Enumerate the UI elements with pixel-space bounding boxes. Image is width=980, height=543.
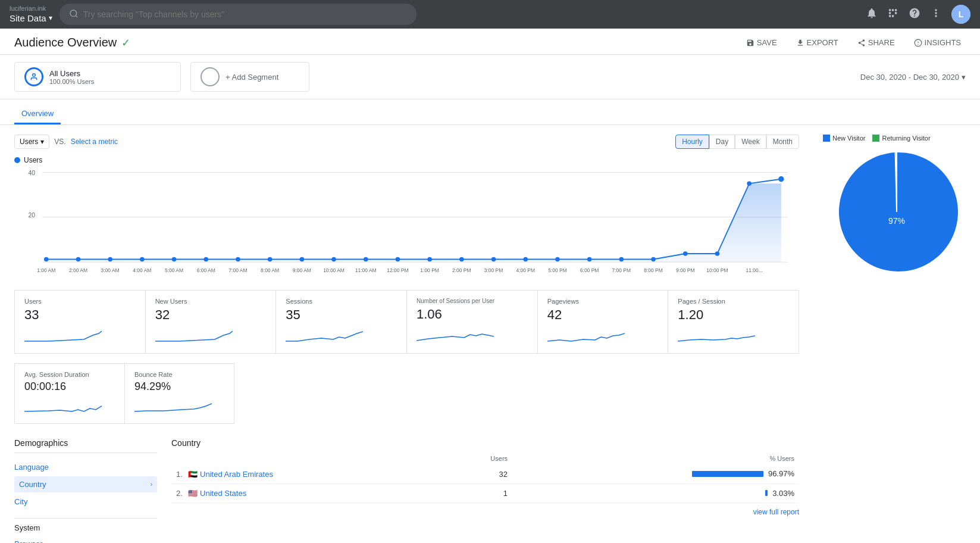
demo-city[interactable]: City: [14, 492, 157, 511]
svg-point-18: [172, 257, 177, 262]
demo-country[interactable]: Country ›: [14, 476, 157, 492]
add-segment-label: + Add Segment: [226, 73, 278, 82]
view-full-report-link[interactable]: view full report: [171, 508, 799, 516]
svg-point-30: [555, 257, 560, 262]
mini-chart-asd: [24, 397, 102, 414]
metric-asd-label: Avg. Session Duration: [24, 371, 115, 378]
mini-chart-spu: [417, 326, 494, 344]
col-country: [171, 453, 444, 464]
demo-language[interactable]: Language: [14, 458, 157, 476]
flag-us: 🇺🇸: [188, 489, 198, 498]
country-title: Country: [171, 438, 799, 448]
svg-text:6:00 PM: 6:00 PM: [580, 267, 599, 273]
hourly-button[interactable]: Hourly: [675, 135, 709, 149]
svg-point-24: [364, 257, 368, 262]
metric-spu-value: 1.06: [417, 307, 528, 322]
all-users-segment[interactable]: All Users 100.00% Users: [14, 62, 181, 92]
svg-text:40: 40: [29, 170, 36, 176]
share-button[interactable]: SHARE: [853, 36, 900, 49]
date-range-selector[interactable]: Dec 30, 2020 - Dec 30, 2020 ▾: [860, 73, 966, 82]
svg-text:12:00 PM: 12:00 PM: [387, 267, 408, 273]
rank-uae: 1.: [176, 470, 183, 479]
avatar[interactable]: L: [951, 5, 970, 24]
svg-text:L: L: [959, 10, 964, 19]
city-label: City: [14, 497, 27, 506]
svg-point-28: [491, 257, 496, 262]
date-range-text: Dec 30, 2020 - Dec 30, 2020: [860, 73, 959, 82]
mini-chart-ps: [678, 326, 755, 344]
more-icon[interactable]: [930, 7, 942, 22]
demo-browser[interactable]: Browser: [14, 535, 157, 543]
users-us: 1: [444, 483, 512, 503]
metric-br-label: Bounce Rate: [134, 371, 224, 378]
svg-point-7: [33, 74, 36, 77]
svg-point-22: [300, 257, 305, 262]
notification-icon[interactable]: [866, 7, 878, 22]
metric-selector: Users ▾ VS. Select a metric: [14, 135, 118, 149]
metric-pageviews-value: 42: [547, 307, 659, 323]
metric-dropdown-icon: ▾: [40, 138, 44, 146]
export-button[interactable]: EXPORT: [791, 36, 843, 49]
dropdown-icon[interactable]: ▾: [49, 14, 52, 22]
search-input[interactable]: [83, 10, 407, 19]
pct-us-text: 3.03%: [772, 489, 794, 498]
site-data-label[interactable]: Site Data ▾: [10, 13, 52, 24]
pie-center-label: 97%: [888, 216, 905, 226]
returning-visitor-label: Returning Visitor: [882, 135, 930, 142]
svg-point-35: [715, 251, 720, 256]
country-link-uae[interactable]: United Arab Emirates: [200, 470, 273, 479]
chart-section: Users ▾ VS. Select a metric Hourly Day W…: [0, 125, 813, 280]
header-actions: SAVE EXPORT SHARE INSIGHTS: [741, 36, 966, 49]
metrics-grid-2: Avg. Session Duration 00:00:16 Bounce Ra…: [0, 363, 813, 429]
table-row: 1. 🇦🇪 United Arab Emirates 32 96.97%: [171, 464, 799, 483]
svg-point-21: [268, 257, 273, 262]
metrics-grid: Users 33 New Users 32 Sessions 35: [0, 280, 813, 363]
metric-sessions: Sessions 35: [275, 290, 406, 354]
demographics-panel: Demographics Language Country › City Sys…: [14, 438, 157, 543]
svg-text:5:00 PM: 5:00 PM: [548, 267, 567, 273]
day-button[interactable]: Day: [709, 135, 735, 149]
tab-overview[interactable]: Overview: [14, 104, 61, 124]
save-button[interactable]: SAVE: [741, 36, 782, 49]
svg-point-16: [108, 257, 112, 262]
apps-icon[interactable]: [887, 7, 899, 22]
col-pct-users: % Users: [512, 453, 799, 464]
week-button[interactable]: Week: [735, 135, 766, 149]
legend-new-visitor: New Visitor: [823, 135, 865, 142]
col-users: Users: [444, 453, 512, 464]
svg-point-19: [203, 257, 208, 262]
table-header-row: Users % Users: [171, 453, 799, 464]
svg-text:3:00 PM: 3:00 PM: [484, 267, 503, 273]
svg-point-20: [236, 257, 240, 262]
metric-ps-label: Pages / Session: [678, 298, 789, 305]
metric-users-button[interactable]: Users ▾: [14, 135, 49, 149]
metric-sessions-value: 35: [286, 307, 397, 323]
nav-icons: L: [866, 5, 970, 24]
metric-users-value: 33: [24, 307, 136, 323]
add-segment-box[interactable]: + Add Segment: [190, 62, 309, 92]
svg-point-26: [427, 257, 432, 262]
page-title: Audience Overview: [14, 36, 117, 49]
country-name-uae: 1. 🇦🇪 United Arab Emirates: [171, 464, 444, 483]
svg-text:9:00 PM: 9:00 PM: [676, 267, 695, 273]
svg-text:1:00 AM: 1:00 AM: [37, 267, 55, 273]
segment-name: All Users: [49, 69, 94, 78]
svg-point-27: [459, 257, 464, 262]
metric-bounce-rate: Bounce Rate 94.29%: [124, 363, 234, 424]
help-icon[interactable]: [909, 7, 920, 22]
svg-text:6:00 AM: 6:00 AM: [197, 267, 215, 273]
chart-svg: 40 20: [14, 167, 799, 279]
search-bar[interactable]: [60, 4, 417, 25]
svg-point-33: [651, 257, 656, 262]
country-link-us[interactable]: United States: [200, 489, 246, 498]
metric-users-label: Users: [24, 298, 136, 305]
left-panel: Users ▾ VS. Select a metric Hourly Day W…: [0, 125, 813, 543]
save-label: SAVE: [757, 38, 777, 47]
svg-text:10:00 AM: 10:00 AM: [323, 267, 345, 273]
svg-point-14: [44, 257, 49, 262]
metric-spu-label: Number of Sessions per User: [417, 298, 528, 304]
insights-button[interactable]: INSIGHTS: [909, 36, 966, 49]
month-button[interactable]: Month: [766, 135, 799, 149]
legend-returning-visitor: Returning Visitor: [872, 135, 930, 142]
select-metric-link[interactable]: Select a metric: [71, 138, 118, 146]
